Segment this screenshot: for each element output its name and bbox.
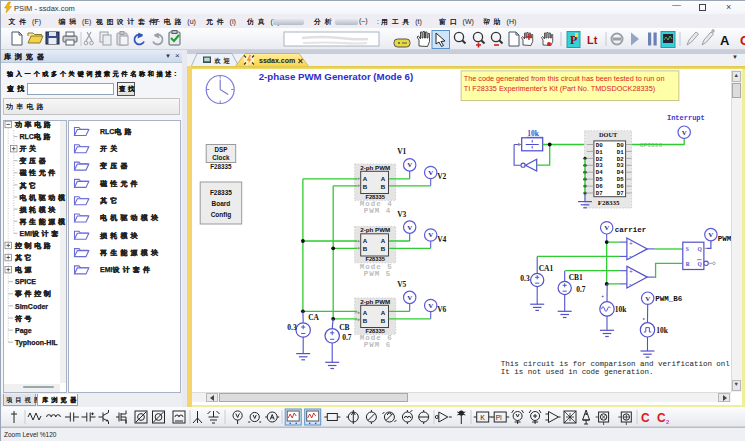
svg-text:V: V (428, 302, 433, 310)
svg-text:2-phase PWM Generator (Mode 6): 2-phase PWM Generator (Mode 6) (258, 72, 413, 83)
svg-text:A: A (362, 309, 367, 316)
svg-text:欢迎: 欢迎 (214, 57, 233, 65)
svg-text:It is not used in code generat: It is not used in code generation. (501, 368, 654, 376)
svg-text:V: V (708, 231, 713, 239)
svg-text:V: V (407, 161, 412, 169)
svg-text:F28335: F28335 (365, 256, 385, 262)
svg-text:A: A (362, 237, 367, 244)
svg-text:V: V (428, 231, 433, 239)
svg-text:PWM_A6: PWM_A6 (717, 235, 730, 243)
svg-text:V2: V2 (437, 172, 446, 181)
svg-text:PWM 6: PWM 6 (363, 341, 390, 349)
svg-text:DSP: DSP (214, 146, 227, 153)
svg-text:B: B (362, 317, 367, 324)
svg-text:其它: 其它 (100, 196, 120, 205)
svg-text:PWM_B6: PWM_B6 (655, 295, 682, 303)
svg-text:A: A (362, 175, 367, 182)
svg-text:电机驱动模块: 电机驱动模块 (100, 214, 161, 222)
svg-text:The code generated from this c: The code generated from this circuit has… (463, 74, 664, 83)
svg-text:F28335: F28335 (210, 163, 232, 170)
svg-text:V: V (407, 294, 412, 302)
svg-text:B: B (362, 245, 367, 252)
svg-text:A: A (720, 33, 730, 48)
svg-text:开关: 开关 (99, 144, 120, 153)
svg-text:10k: 10k (527, 129, 539, 138)
svg-text:0.3: 0.3 (287, 323, 297, 332)
svg-text:V: V (681, 129, 686, 137)
svg-text:0.7: 0.7 (342, 333, 352, 342)
svg-text:Q: Q (697, 246, 702, 252)
svg-text:2-ph PWM: 2-ph PWM (360, 298, 390, 305)
svg-text:CB1: CB1 (568, 273, 582, 282)
svg-text:10k: 10k (656, 326, 668, 335)
svg-text:F28335: F28335 (365, 328, 385, 334)
svg-text:V: V (645, 295, 650, 303)
svg-text:Clock: Clock (212, 154, 230, 161)
svg-text:C: C (641, 411, 650, 425)
svg-text:EMI设计套件: EMI设计套件 (100, 266, 153, 274)
svg-text:A: A (381, 237, 386, 244)
svg-text:Interrupt: Interrupt (667, 115, 705, 123)
svg-text:D7: D7 (617, 190, 624, 197)
svg-text:F28335: F28335 (365, 194, 385, 200)
svg-text:F28335: F28335 (210, 190, 232, 197)
svg-text:V6: V6 (437, 305, 446, 314)
svg-text:PWM 5: PWM 5 (363, 270, 390, 278)
svg-text:CB: CB (339, 323, 349, 332)
svg-text:C: C (740, 33, 745, 48)
svg-text:Q: Q (697, 261, 702, 267)
svg-text:0.3: 0.3 (520, 274, 530, 283)
svg-text:A: A (381, 175, 386, 182)
svg-text:B: B (381, 317, 386, 324)
svg-text:0.7: 0.7 (576, 285, 586, 294)
svg-text:Lt: Lt (587, 34, 598, 46)
svg-text:PWM 4: PWM 4 (363, 208, 390, 216)
svg-text:磁性元件: 磁性元件 (99, 180, 141, 188)
svg-text:2: 2 (666, 419, 670, 425)
svg-text:S: S (685, 246, 688, 252)
svg-text:V: V (428, 169, 433, 177)
svg-text:再生能源模块: 再生能源模块 (99, 248, 161, 257)
svg-text:B: B (381, 245, 386, 252)
svg-text:C: C (657, 411, 666, 425)
svg-text:D7: D7 (595, 190, 602, 197)
svg-text:Config: Config (210, 211, 231, 219)
svg-text:carrier: carrier (614, 226, 645, 234)
svg-text:V1: V1 (397, 147, 406, 156)
svg-text:变压器: 变压器 (99, 161, 131, 170)
svg-text:V4: V4 (437, 235, 446, 244)
svg-text:+: + (629, 240, 633, 247)
svg-text:损耗模块: 损耗模块 (99, 232, 141, 240)
svg-text:V3: V3 (397, 210, 406, 219)
svg-text:ssdax.com: ssdax.com (259, 57, 295, 64)
svg-text:V: V (407, 224, 412, 232)
svg-text:K: K (480, 414, 485, 421)
svg-text:+: + (629, 268, 633, 275)
svg-text:V5: V5 (397, 280, 406, 289)
svg-text:GPIO30: GPIO30 (639, 143, 662, 150)
svg-text:Board: Board (211, 200, 230, 207)
svg-text:B: B (362, 183, 367, 190)
svg-text:V: V (604, 224, 609, 232)
svg-text:10k: 10k (614, 305, 626, 314)
svg-text:RLC电路: RLC电路 (100, 128, 135, 136)
svg-text:PI: PI (496, 414, 502, 421)
svg-text:TI F28335 Experimenter's Kit (: TI F28335 Experimenter's Kit (Part No. T… (463, 84, 654, 93)
svg-text:A: A (381, 309, 386, 316)
svg-text:CA1: CA1 (538, 264, 553, 273)
svg-text:F28335: F28335 (598, 199, 620, 207)
svg-text:2-ph PWM: 2-ph PWM (360, 226, 390, 233)
svg-text:2-ph PWM: 2-ph PWM (360, 164, 390, 171)
svg-text:B: B (381, 183, 386, 190)
svg-text:CA: CA (308, 313, 319, 322)
svg-text:DOUT: DOUT (599, 131, 618, 138)
